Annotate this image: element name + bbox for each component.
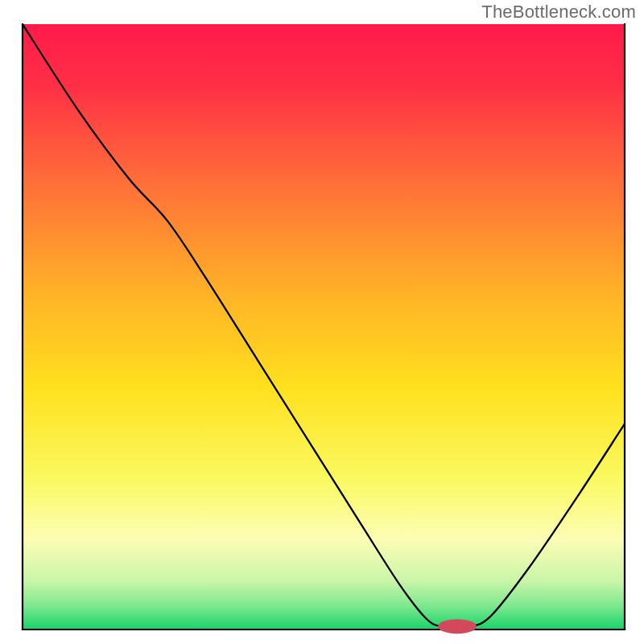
gradient-background <box>23 24 625 630</box>
chart-svg <box>0 0 644 644</box>
optimal-marker <box>438 619 477 634</box>
watermark-text: TheBottleneck.com <box>481 2 636 23</box>
bottleneck-chart: TheBottleneck.com <box>0 0 644 644</box>
